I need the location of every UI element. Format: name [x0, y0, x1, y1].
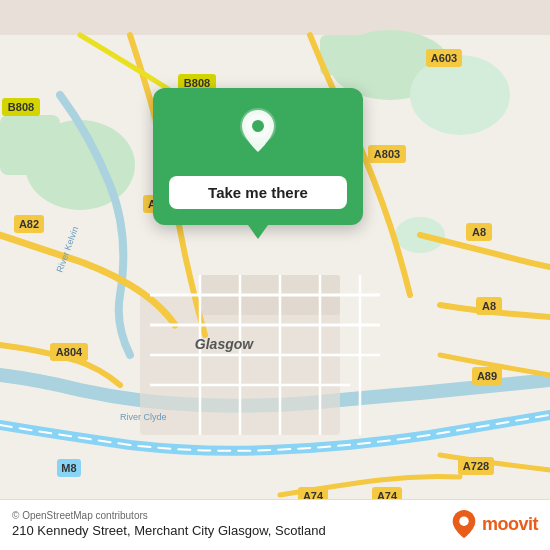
- svg-rect-5: [320, 35, 400, 75]
- svg-text:A8: A8: [482, 300, 496, 312]
- map-container: A603 B808 B808 A81 A82 A803 A804 M8 M8 A…: [0, 0, 550, 550]
- svg-text:A804: A804: [56, 346, 83, 358]
- svg-text:River Clyde: River Clyde: [120, 412, 167, 422]
- svg-point-54: [252, 120, 264, 132]
- moovit-pin-icon: [450, 508, 478, 540]
- svg-text:A603: A603: [431, 52, 457, 64]
- take-me-there-button[interactable]: Take me there: [169, 176, 347, 209]
- location-pin-icon: [236, 106, 280, 162]
- svg-text:A82: A82: [19, 218, 39, 230]
- svg-text:A728: A728: [463, 460, 489, 472]
- moovit-logo: moovit: [450, 508, 538, 540]
- map-attribution: © OpenStreetMap contributors: [12, 510, 326, 521]
- svg-point-4: [410, 55, 510, 135]
- popup-card: Take me there: [153, 88, 363, 225]
- svg-text:A89: A89: [477, 370, 497, 382]
- bottom-left-info: © OpenStreetMap contributors 210 Kennedy…: [12, 510, 326, 538]
- svg-rect-3: [0, 115, 60, 175]
- svg-text:A803: A803: [374, 148, 400, 160]
- map-svg: A603 B808 B808 A81 A82 A803 A804 M8 M8 A…: [0, 0, 550, 550]
- svg-text:Glasgow: Glasgow: [195, 336, 254, 352]
- svg-point-55: [459, 516, 468, 525]
- svg-text:B808: B808: [8, 101, 34, 113]
- bottom-bar: © OpenStreetMap contributors 210 Kennedy…: [0, 499, 550, 550]
- svg-text:A8: A8: [472, 226, 486, 238]
- moovit-brand-name: moovit: [482, 514, 538, 535]
- address-label: 210 Kennedy Street, Merchant City Glasgo…: [12, 523, 326, 538]
- svg-text:M8: M8: [61, 462, 76, 474]
